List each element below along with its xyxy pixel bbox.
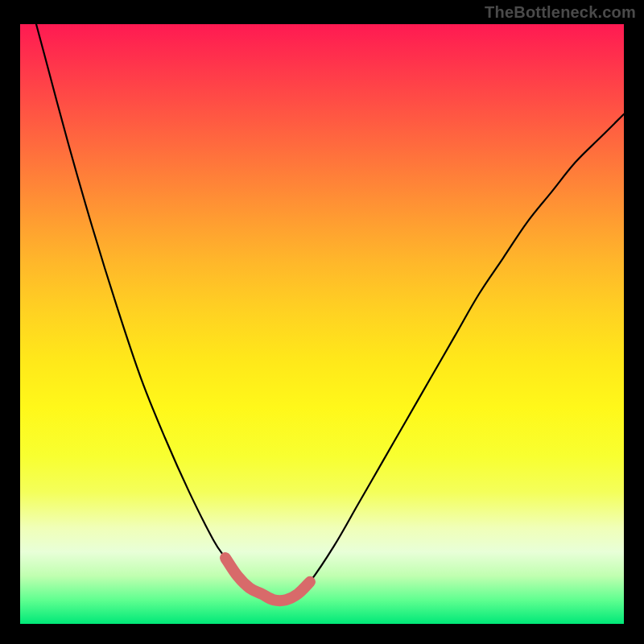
attribution-text: TheBottleneck.com bbox=[485, 3, 636, 22]
plot-area bbox=[20, 24, 624, 624]
curve-layer bbox=[20, 24, 624, 624]
trough-highlight bbox=[225, 558, 310, 601]
chart-frame: TheBottleneck.com bbox=[0, 0, 644, 644]
bottleneck-curve bbox=[20, 24, 624, 601]
